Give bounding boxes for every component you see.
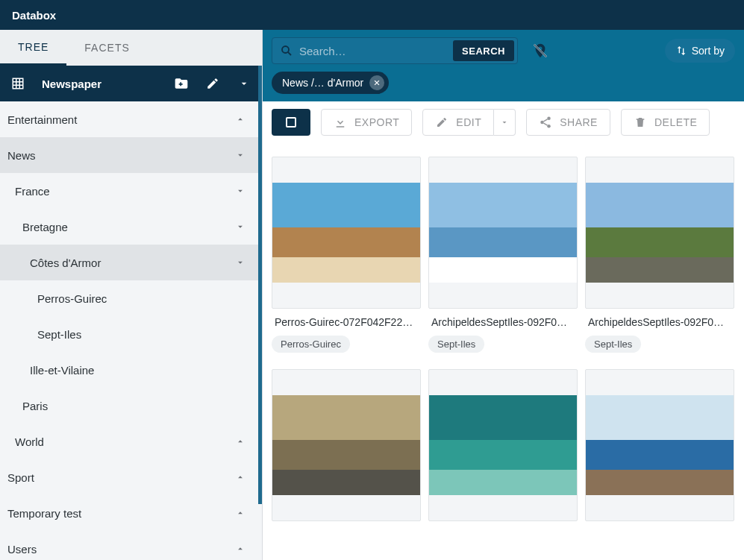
add-folder-icon[interactable]	[174, 76, 189, 91]
edit-button[interactable]: EDIT	[422, 109, 494, 136]
asset-tag[interactable]: Perros-Guirec	[272, 336, 350, 353]
results-grid: Perros-Guirec-072F042F22…Perros-GuirecAr…	[263, 143, 744, 560]
filter-chip: News /… d'Armor	[272, 72, 389, 94]
svg-point-5	[282, 46, 289, 53]
chevron-up-icon[interactable]	[235, 114, 253, 125]
chevron-down-icon[interactable]	[237, 76, 251, 91]
asset-card[interactable]	[585, 369, 734, 521]
download-icon	[334, 116, 347, 129]
tree-item[interactable]: Sept-Iles	[0, 316, 262, 352]
select-all-button[interactable]	[272, 109, 310, 136]
asset-caption: Perros-Guirec-072F042F22…	[272, 309, 421, 333]
caret-down-icon	[500, 118, 509, 127]
search-box: SEARCH	[272, 37, 518, 64]
tree-item[interactable]: Users	[0, 531, 262, 560]
filter-chip-label: News /… d'Armor	[282, 77, 363, 89]
tree-item[interactable]: Temporary test	[0, 495, 262, 531]
asset-thumbnail[interactable]	[428, 157, 578, 309]
tree-item[interactable]: Sport	[0, 459, 262, 495]
delete-button[interactable]: DELETE	[621, 109, 710, 136]
sort-button[interactable]: Sort by	[665, 39, 735, 63]
export-button[interactable]: EXPORT	[321, 109, 412, 136]
asset-tag[interactable]: Sept-Iles	[428, 336, 484, 353]
app-title: Databox	[12, 9, 56, 22]
search-button[interactable]: SEARCH	[453, 40, 514, 61]
workspace-header: Newspaper	[0, 66, 262, 101]
share-icon	[539, 116, 552, 129]
tree-item[interactable]: Perros-Guirec	[0, 280, 262, 316]
tree-item[interactable]: Entertainment	[0, 101, 262, 137]
checkbox-empty-icon	[284, 116, 298, 129]
search-bar: SEARCH Sort by	[263, 30, 744, 72]
tree-item-label: Perros-Guirec	[37, 292, 253, 305]
app-titlebar: Databox	[0, 0, 744, 30]
edit-icon	[435, 116, 448, 129]
asset-thumbnail[interactable]	[272, 369, 421, 521]
action-toolbar: EXPORT EDIT SHARE DELETE	[263, 101, 744, 143]
share-button[interactable]: SHARE	[526, 109, 610, 136]
sort-icon	[675, 45, 687, 57]
chevron-down-icon[interactable]	[235, 221, 253, 232]
chevron-down-icon[interactable]	[235, 257, 253, 268]
svg-point-14	[547, 125, 551, 128]
tree-item-label: News	[7, 149, 235, 162]
chevron-down-icon[interactable]	[235, 186, 253, 196]
tree-item-label: World	[15, 435, 235, 448]
edit-dropdown-button[interactable]	[494, 109, 516, 136]
chevron-up-icon[interactable]	[235, 508, 253, 518]
asset-thumbnail[interactable]	[585, 157, 734, 309]
asset-thumbnail[interactable]	[428, 369, 578, 521]
tree-item-label: Ille-et-Vilaine	[30, 364, 253, 377]
chevron-up-icon[interactable]	[235, 436, 253, 447]
chevron-up-icon[interactable]	[235, 544, 253, 554]
tree-item-label: France	[15, 185, 235, 198]
tab-facets[interactable]: FACETS	[66, 30, 147, 66]
asset-caption: ArchipeldesSeptIles-092F0…	[585, 309, 734, 333]
tree-item-label: Sport	[7, 471, 235, 484]
svg-rect-0	[13, 78, 23, 89]
tree-item[interactable]: News	[0, 137, 262, 173]
search-input[interactable]	[299, 45, 447, 57]
close-icon[interactable]	[369, 75, 384, 90]
delete-icon	[634, 116, 647, 129]
asset-card[interactable]: Perros-Guirec-072F042F22…Perros-Guirec	[272, 157, 421, 356]
tree-item-label: Côtes d'Armor	[30, 257, 235, 269]
tree-item-label: Paris	[22, 400, 253, 412]
location-off-icon[interactable]	[528, 39, 552, 63]
sidebar-tabs: TREE FACETS	[0, 30, 262, 66]
chevron-down-icon[interactable]	[235, 150, 253, 160]
svg-rect-11	[287, 118, 296, 127]
tree-item[interactable]: Côtes d'Armor	[0, 245, 262, 280]
asset-card[interactable]: ArchipeldesSeptIles-092F0…Sept-Iles	[585, 157, 734, 356]
sidebar-scrollbar[interactable]	[258, 66, 262, 504]
workspace-icon	[10, 76, 25, 91]
asset-thumbnail[interactable]	[272, 157, 421, 309]
filter-row: News /… d'Armor	[263, 72, 744, 101]
asset-card[interactable]: ArchipeldesSeptIles-092F0…Sept-Iles	[428, 157, 578, 356]
sidebar: TREE FACETS Newspaper EntertainmentNewsF…	[0, 30, 263, 560]
tree-item-label: Bretagne	[22, 221, 235, 233]
asset-card[interactable]	[428, 369, 578, 521]
svg-point-12	[547, 116, 551, 120]
asset-card[interactable]	[272, 369, 421, 521]
tree-item-label: Entertainment	[7, 113, 235, 126]
tree: EntertainmentNewsFranceBretagneCôtes d'A…	[0, 101, 262, 560]
workspace-name: Newspaper	[42, 78, 157, 90]
tree-item[interactable]: Paris	[0, 388, 262, 424]
tab-tree[interactable]: TREE	[0, 30, 66, 66]
tree-item[interactable]: France	[0, 173, 262, 209]
chevron-up-icon[interactable]	[235, 472, 253, 482]
search-icon	[280, 44, 293, 57]
asset-caption: ArchipeldesSeptIles-092F0…	[428, 309, 578, 333]
asset-tag[interactable]: Sept-Iles	[585, 336, 641, 353]
edit-icon[interactable]	[205, 76, 220, 91]
tree-item[interactable]: Bretagne	[0, 209, 262, 245]
tree-item-label: Users	[7, 543, 235, 556]
edit-button-group: EDIT	[422, 109, 516, 136]
asset-thumbnail[interactable]	[585, 369, 734, 521]
main-panel: SEARCH Sort by News /… d'Armor	[263, 30, 744, 560]
tree-item-label: Sept-Iles	[37, 328, 253, 341]
tree-item[interactable]: World	[0, 424, 262, 459]
tree-item-label: Temporary test	[7, 507, 235, 520]
tree-item[interactable]: Ille-et-Vilaine	[0, 352, 262, 388]
